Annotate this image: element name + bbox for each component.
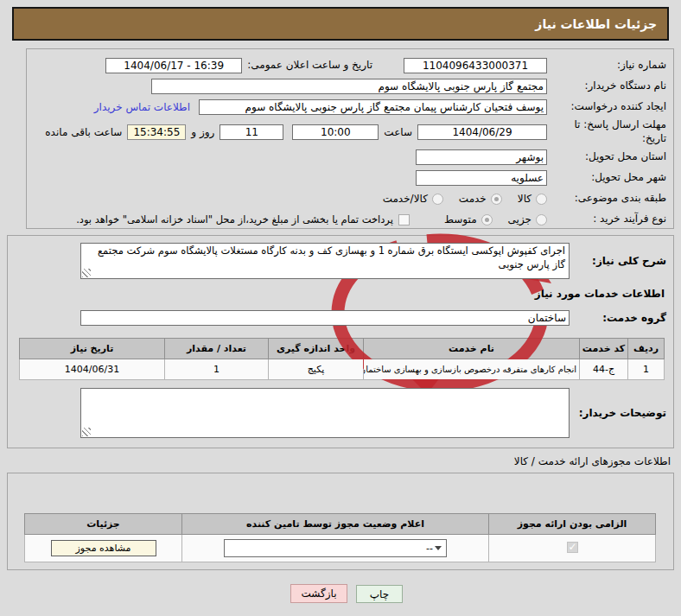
service-row: 1 ج-44 انجام کارهای متفرقه درخصوص بازساز…	[20, 359, 665, 380]
buyer-contact-link[interactable]: اطلاعات تماس خریدار	[94, 101, 190, 113]
col-license-status: اعلام وضعیت مجوز توسط تامین کننده	[182, 514, 489, 535]
buyer-notes-row: توضیحات خریدار:	[15, 388, 666, 438]
classification-row: طبقه بندی موضوعی: کالا خدمت کالا/خدمت	[34, 189, 666, 208]
col-service-code: کد خدمت	[580, 339, 628, 359]
buyer-org-row: نام دستگاه خریدار: مجتمع گاز پارس جنوبی …	[34, 77, 666, 96]
service-group-label: گروه خدمت:	[570, 312, 666, 324]
cell-row-index: 1	[628, 359, 665, 380]
radio-service-label: خدمت	[459, 193, 487, 205]
city-input[interactable]: عسلویه	[416, 170, 547, 186]
treasury-note: پرداخت تمام یا بخشی از مبلغ خرید،از محل …	[76, 213, 393, 225]
service-group-row: گروه خدمت: ساختمان	[15, 308, 666, 327]
page: { "title": "جزئیات اطلاعات نیاز", "form"…	[0, 0, 681, 616]
process-type-row: نوع فرآیند خرید : جزیی متوسط پرداخت تمام…	[34, 210, 666, 229]
remaining-days-label: روز و	[191, 126, 214, 138]
cell-license-status: --	[182, 535, 489, 562]
need-info-panel: شماره نیاز: 1104096433000371 تاریخ و ساع…	[26, 48, 674, 229]
need-number-input[interactable]: 1104096433000371	[404, 58, 547, 73]
radio-medium[interactable]	[481, 214, 493, 225]
province-label: استان محل تحویل:	[547, 150, 666, 164]
licenses-panel: الزامی بودن ارائه مجوز اعلام وضعیت مجوز …	[7, 473, 674, 570]
services-panel: شرح کلی نیاز: اجرای کفپوش اپوکسی ایستگاه…	[7, 235, 674, 448]
radio-goods-service-label: کالا/خدمت	[383, 193, 428, 205]
remaining-days-box: 11	[220, 124, 283, 140]
deadline-time-input[interactable]: 10:00	[292, 124, 379, 140]
cell-quantity: 1	[165, 359, 269, 380]
license-status-value: --	[229, 543, 433, 554]
services-table: ردیف کد خدمت نام خدمت واحد اندازه گیری ت…	[19, 338, 665, 380]
col-license-required: الزامی بودن ارائه مجوز	[489, 514, 656, 535]
deadline-date-input[interactable]: 1404/06/29	[417, 124, 547, 140]
process-type-label: نوع فرآیند خرید :	[547, 213, 666, 226]
chevron-down-icon	[435, 546, 442, 550]
col-need-date: تاریخ نیاز	[20, 339, 165, 359]
countdown-box: 15:34:55	[127, 124, 186, 140]
radio-partial-label: جزیی	[508, 213, 531, 225]
radio-partial[interactable]	[536, 214, 547, 225]
need-number-label: شماره نیاز:	[547, 59, 666, 73]
city-row: شهر محل تحویل: عسلویه	[34, 168, 666, 187]
buyer-org-label: نام دستگاه خریدار:	[547, 79, 666, 93]
need-number-row: شماره نیاز: 1104096433000371 تاریخ و ساع…	[34, 56, 666, 75]
service-group-input[interactable]: ساختمان	[80, 310, 570, 326]
licenses-table-header-row: الزامی بودن ارائه مجوز اعلام وضعیت مجوز …	[25, 514, 656, 535]
print-button[interactable]: چاپ	[356, 585, 403, 603]
deadline-label: مهلت ارسال پاسخ: تا تاریخ:	[547, 118, 666, 145]
services-section-title: اطلاعات خدمات مورد نیاز	[16, 288, 665, 300]
request-creator-row: ایجاد کننده درخواست: یوسف فتحیان کارشناس…	[34, 98, 666, 117]
license-status-select[interactable]: --	[224, 539, 447, 557]
announce-datetime-label: تاریخ و ساعت اعلان عمومی:	[247, 59, 372, 73]
province-row: استان محل تحویل: بوشهر	[34, 148, 666, 167]
page-title-bar: جزئیات اطلاعات نیاز	[12, 7, 669, 41]
request-creator-input[interactable]: یوسف فتحیان کارشناس پیمان مجتمع گاز پارس…	[199, 99, 547, 115]
cell-license-required	[489, 535, 656, 562]
license-row: -- مشاهده مجوز	[25, 535, 656, 562]
radio-goods[interactable]	[536, 194, 547, 205]
buyer-notes-textarea[interactable]	[80, 388, 570, 438]
col-quantity: تعداد / مقدار	[165, 339, 269, 359]
licenses-section-title: اطلاعات مجوزهای ارائه خدمت / کالا	[514, 455, 671, 467]
province-input[interactable]: بوشهر	[416, 149, 547, 165]
treasury-checkbox[interactable]	[398, 214, 410, 225]
cell-unit: پکیج	[269, 359, 364, 380]
request-creator-label: ایجاد کننده درخواست:	[547, 100, 666, 114]
city-label: شهر محل تحویل:	[547, 171, 666, 185]
countdown-label: ساعت باقی مانده	[45, 126, 122, 138]
license-required-checkbox	[567, 542, 578, 553]
announce-datetime-input[interactable]: 1404/06/17 - 16:39	[105, 58, 242, 73]
col-unit: واحد اندازه گیری	[269, 339, 364, 359]
radio-medium-label: متوسط	[444, 213, 477, 225]
need-desc-label: شرح کلی نیاز:	[570, 255, 666, 267]
cell-license-details: مشاهده مجوز	[25, 535, 182, 562]
cell-service-code: ج-44	[580, 359, 628, 380]
need-desc-row: شرح کلی نیاز: اجرای کفپوش اپوکسی ایستگاه…	[15, 243, 666, 279]
radio-goods-service[interactable]	[432, 194, 443, 205]
services-table-header-row: ردیف کد خدمت نام خدمت واحد اندازه گیری ت…	[20, 339, 665, 359]
cell-service-name: انجام کارهای متفرقه درخصوص بازسازی و بهس…	[364, 359, 580, 380]
buyer-org-input[interactable]: مجتمع گاز پارس جنوبی پالایشگاه سوم	[151, 79, 547, 94]
col-license-details: جزئیات	[25, 514, 182, 535]
col-service-name: نام خدمت	[364, 339, 580, 359]
deadline-time-label: ساعت	[384, 126, 412, 138]
back-button[interactable]: بازگشت	[290, 584, 347, 603]
buyer-notes-label: توضیحات خریدار:	[570, 407, 666, 419]
radio-goods-label: کالا	[518, 193, 531, 205]
need-desc-textarea[interactable]: اجرای کفپوش اپوکسی ایستگاه برق شماره 1 و…	[80, 243, 570, 279]
classification-label: طبقه بندی موضوعی:	[547, 192, 666, 206]
page-title: جزئیات اطلاعات نیاز	[535, 17, 657, 31]
view-license-button[interactable]: مشاهده مجوز	[51, 540, 156, 556]
licenses-table: الزامی بودن ارائه مجوز اعلام وضعیت مجوز …	[24, 513, 656, 562]
radio-service[interactable]	[491, 194, 502, 205]
col-row-index: ردیف	[628, 339, 665, 359]
deadline-row: مهلت ارسال پاسخ: تا تاریخ: 1404/06/29 سا…	[34, 118, 666, 146]
cell-need-date: 1404/06/31	[20, 359, 165, 380]
